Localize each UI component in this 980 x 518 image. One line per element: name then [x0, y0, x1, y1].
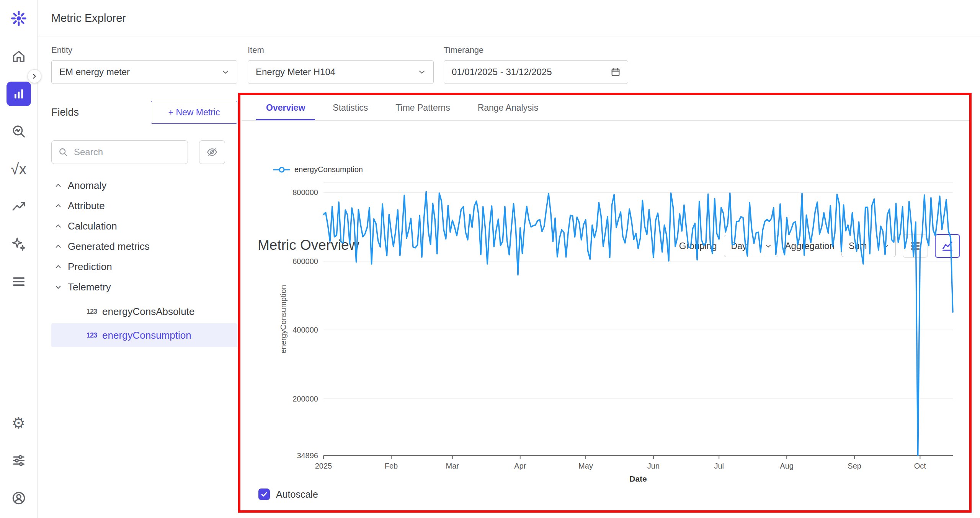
metric-item-label: energyConsumption [102, 329, 191, 341]
svg-text:energyConsumption: energyConsumption [279, 285, 287, 354]
tree-item-label: Telemetry [68, 281, 111, 293]
new-metric-button[interactable]: + New Metric [151, 101, 237, 124]
nav-trends-button[interactable] [7, 194, 31, 219]
item-value: Energy Meter H104 [256, 67, 335, 77]
chevron-down-icon [417, 67, 426, 77]
home-icon [11, 49, 26, 64]
account-icon [11, 490, 26, 506]
field-search [51, 140, 188, 164]
tree-item-generated-metrics[interactable]: Generated metrics [51, 236, 237, 257]
nav-ai-button[interactable] [7, 232, 31, 256]
tree-item-label: Anomaly [68, 180, 106, 192]
timerange-filter: Timerange 01/01/2025 - 31/12/2025 [444, 45, 628, 84]
app-logo[interactable] [0, 0, 37, 36]
sparkles-icon [11, 236, 26, 252]
metric-item-label: energyConsAbsolute [102, 306, 194, 318]
gear-icon: ⚙ [12, 415, 26, 431]
chevron-up-icon [54, 222, 63, 231]
tree-item-label: Attribute [68, 200, 105, 212]
nav-search-insights-button[interactable] [7, 119, 31, 144]
svg-text:Mar: Mar [446, 462, 459, 470]
svg-text:Sep: Sep [848, 462, 861, 470]
chevron-down-icon [54, 283, 63, 292]
sidebar-expand-button[interactable] [28, 69, 41, 83]
chevron-up-icon [54, 263, 63, 271]
nav-formula-button[interactable]: √x [7, 157, 31, 181]
svg-text:600000: 600000 [292, 257, 318, 266]
svg-text:400000: 400000 [292, 326, 318, 334]
autoscale-checkbox[interactable] [258, 488, 270, 500]
settings-button[interactable]: ⚙ [7, 411, 31, 435]
sidebar-footer: ⚙ [7, 411, 31, 510]
tree-item-anomaly[interactable]: Anomaly [51, 175, 237, 196]
svg-text:Oct: Oct [914, 462, 926, 470]
toggle-hidden-fields-button[interactable] [199, 140, 225, 164]
metric-item-energyConsAbsolute[interactable]: 123 energyConsAbsolute [51, 300, 237, 323]
fields-panel: Fields + New Metric A [51, 100, 237, 347]
fields-title: Fields [51, 107, 79, 118]
tree-item-prediction[interactable]: Prediction [51, 257, 237, 277]
metric-item-energyConsumption[interactable]: 123 energyConsumption [51, 323, 237, 347]
svg-text:Apr: Apr [514, 462, 526, 470]
tune-icon [11, 453, 26, 468]
tree-item-calculation[interactable]: Calculation [51, 216, 237, 236]
tab-statistics[interactable]: Statistics [323, 96, 378, 120]
tree-item-label: Calculation [68, 220, 117, 232]
numeric-type-icon: 123 [87, 308, 97, 316]
numeric-type-icon: 123 [87, 331, 97, 339]
search-icon [58, 147, 69, 157]
svg-text:Jul: Jul [714, 462, 724, 470]
sidebar-nav: √x [7, 44, 31, 294]
nav-home-button[interactable] [7, 44, 31, 69]
timerange-input[interactable]: 01/01/2025 - 31/12/2025 [444, 60, 628, 84]
fields-tree: Anomaly Attribute Calculation Generated … [51, 175, 237, 347]
svg-text:Feb: Feb [385, 462, 398, 470]
menu-icon [11, 274, 26, 289]
bar-chart-icon [11, 87, 26, 101]
svg-text:May: May [578, 462, 593, 470]
calendar-icon [610, 67, 621, 77]
svg-text:Jun: Jun [647, 462, 660, 470]
autoscale-label[interactable]: Autoscale [276, 489, 318, 500]
autoscale-control: Autoscale [258, 488, 318, 500]
tree-item-label: Generated metrics [68, 241, 150, 252]
entity-label: Entity [51, 45, 237, 55]
svg-text:Aug: Aug [780, 462, 794, 470]
energy-consumption-line-chart[interactable]: 348962000004000006000008000002025FebMarA… [265, 165, 965, 483]
preferences-button[interactable] [7, 448, 31, 473]
svg-text:200000: 200000 [292, 395, 318, 403]
top-bar: Metric Explorer [38, 0, 980, 36]
tree-item-telemetry[interactable]: Telemetry [51, 277, 237, 297]
svg-text:800000: 800000 [292, 188, 318, 197]
chevron-down-icon [221, 67, 230, 77]
item-select[interactable]: Energy Meter H104 [248, 60, 434, 84]
entity-select[interactable]: EM energy meter [51, 60, 237, 84]
chevron-up-icon [54, 202, 63, 210]
timerange-value: 01/01/2025 - 31/12/2025 [452, 67, 552, 77]
metric-overview-panel: Overview Statistics Time Patterns Range … [242, 96, 970, 510]
svg-text:Date: Date [629, 474, 647, 483]
telemetry-children: 123 energyConsAbsolute 123 energyConsump… [51, 300, 237, 347]
item-filter: Item Energy Meter H104 [248, 45, 434, 84]
tree-item-label: Prediction [68, 261, 112, 273]
tab-bar: Overview Statistics Time Patterns Range … [242, 96, 970, 121]
eye-off-icon [206, 146, 218, 158]
item-label: Item [248, 45, 434, 55]
nav-menu-button[interactable] [7, 269, 31, 294]
check-icon [260, 490, 268, 498]
metric-explorer-app: √x [0, 0, 980, 518]
nav-metric-explorer-button[interactable] [7, 82, 31, 106]
chevron-up-icon [54, 182, 63, 190]
tree-item-attribute[interactable]: Attribute [51, 196, 237, 216]
chevron-right-icon [31, 72, 38, 80]
tab-range-analysis[interactable]: Range Analysis [468, 96, 549, 120]
search-input[interactable] [51, 140, 188, 164]
search-insights-icon [11, 124, 26, 139]
sqrt-icon: √x [11, 161, 27, 177]
account-button[interactable] [7, 486, 31, 510]
svg-text:2025: 2025 [315, 462, 332, 470]
tab-overview[interactable]: Overview [256, 96, 315, 120]
logo-pinwheel-icon [10, 10, 28, 27]
timerange-label: Timerange [444, 45, 628, 55]
tab-time-patterns[interactable]: Time Patterns [385, 96, 460, 120]
